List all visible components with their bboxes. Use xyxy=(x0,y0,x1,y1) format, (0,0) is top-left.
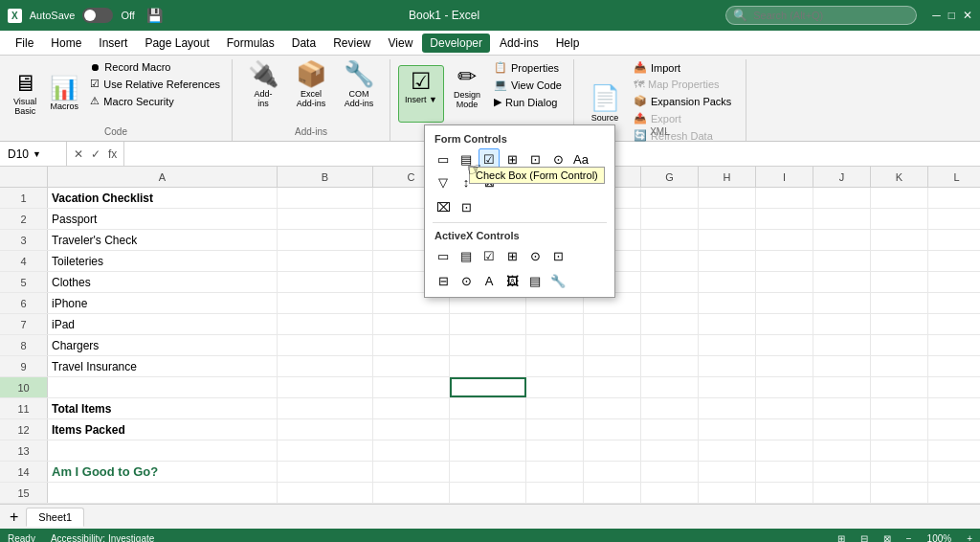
cell-g15[interactable] xyxy=(641,483,699,503)
cell-e12[interactable] xyxy=(526,419,584,440)
cell-g3[interactable] xyxy=(641,230,699,250)
cell-l1[interactable] xyxy=(928,188,980,208)
cell-b3[interactable] xyxy=(278,230,373,250)
properties-button[interactable]: 📋 Properties xyxy=(490,59,566,76)
cell-k14[interactable] xyxy=(871,462,928,482)
cell-j10[interactable] xyxy=(813,377,871,397)
confirm-formula-button[interactable]: ✓ xyxy=(88,147,103,161)
cell-k3[interactable] xyxy=(871,230,928,250)
cell-a7[interactable]: iPad xyxy=(48,314,278,334)
cell-l12[interactable] xyxy=(928,419,980,440)
cell-b1[interactable] xyxy=(278,188,373,208)
import-button[interactable]: 📥 Import xyxy=(630,59,735,76)
menu-page-layout[interactable]: Page Layout xyxy=(137,34,216,53)
cell-d8[interactable] xyxy=(450,335,526,355)
col-header-i[interactable]: I xyxy=(756,167,813,187)
cell-l7[interactable] xyxy=(928,314,980,334)
cell-i1[interactable] xyxy=(756,188,813,208)
cell-l9[interactable] xyxy=(928,356,980,376)
cell-b2[interactable] xyxy=(278,209,373,229)
col-header-l[interactable]: L xyxy=(928,167,980,187)
cell-c11[interactable] xyxy=(373,398,450,418)
cell-h3[interactable] xyxy=(699,230,756,250)
cell-c12[interactable] xyxy=(373,419,450,440)
cell-l13[interactable] xyxy=(928,440,980,461)
sheet-tab-1[interactable]: Sheet1 xyxy=(26,508,84,527)
cell-i6[interactable] xyxy=(756,293,813,313)
cell-b4[interactable] xyxy=(278,251,373,271)
design-mode-button[interactable]: ✏ DesignMode xyxy=(446,65,488,123)
cell-i8[interactable] xyxy=(756,335,813,355)
add-ins-button[interactable]: 🔌 Add-ins xyxy=(240,63,286,121)
visual-basic-button[interactable]: 🖥 VisualBasic xyxy=(8,64,42,122)
ax-spin-icon[interactable]: ⊟ xyxy=(433,270,454,291)
cell-c14[interactable] xyxy=(373,462,450,482)
cell-c15[interactable] xyxy=(373,483,450,503)
ax-label-icon[interactable]: A xyxy=(479,270,500,291)
view-layout-icon[interactable]: ⊟ xyxy=(860,533,868,543)
cell-h15[interactable] xyxy=(699,483,756,503)
cell-f15[interactable] xyxy=(584,483,641,503)
menu-home[interactable]: Home xyxy=(43,34,89,53)
menu-file[interactable]: File xyxy=(8,34,41,53)
cell-j1[interactable] xyxy=(813,188,871,208)
cell-i10[interactable] xyxy=(756,377,813,397)
menu-developer[interactable]: Developer xyxy=(422,34,490,53)
cell-f13[interactable] xyxy=(584,440,641,461)
excel-add-ins-button[interactable]: 📦 ExcelAdd-ins xyxy=(288,63,334,121)
cell-h2[interactable] xyxy=(699,209,756,229)
cell-k11[interactable] xyxy=(871,398,928,418)
cell-c8[interactable] xyxy=(373,335,450,355)
menu-help[interactable]: Help xyxy=(548,34,588,53)
cell-l14[interactable] xyxy=(928,462,980,482)
cell-b11[interactable] xyxy=(278,398,373,418)
cell-i11[interactable] xyxy=(756,398,813,418)
cell-g5[interactable] xyxy=(641,272,699,292)
cell-d11[interactable] xyxy=(450,398,526,418)
cell-a4[interactable]: Toileteries xyxy=(48,251,278,271)
cell-b5[interactable] xyxy=(278,272,373,292)
com-add-ins-button[interactable]: 🔧 COMAdd-ins xyxy=(336,63,382,121)
view-normal-icon[interactable]: ⊞ xyxy=(837,533,845,543)
ax-toggle-icon[interactable]: ▤ xyxy=(524,270,546,291)
cell-j9[interactable] xyxy=(813,356,871,376)
export-button[interactable]: 📤 Export xyxy=(630,110,735,126)
cell-j14[interactable] xyxy=(813,462,871,482)
cell-i4[interactable] xyxy=(756,251,813,271)
ax-text-icon[interactable]: ⊙ xyxy=(524,245,546,266)
cell-e14[interactable] xyxy=(526,462,584,482)
cell-g9[interactable] xyxy=(641,356,699,376)
menu-insert[interactable]: Insert xyxy=(91,34,135,53)
cell-f10[interactable] xyxy=(584,377,641,397)
cell-g2[interactable] xyxy=(641,209,699,229)
cell-i13[interactable] xyxy=(756,440,813,461)
cell-g4[interactable] xyxy=(641,251,699,271)
cell-a10[interactable] xyxy=(48,377,278,397)
cell-b9[interactable] xyxy=(278,356,373,376)
cell-i5[interactable] xyxy=(756,272,813,292)
cell-h10[interactable] xyxy=(699,377,756,397)
cell-h5[interactable] xyxy=(699,272,756,292)
cell-j12[interactable] xyxy=(813,419,871,440)
menu-review[interactable]: Review xyxy=(325,34,378,53)
cell-h13[interactable] xyxy=(699,440,756,461)
cell-l10[interactable] xyxy=(928,377,980,397)
cell-k7[interactable] xyxy=(871,314,928,334)
cell-d9[interactable] xyxy=(450,356,526,376)
autosave-toggle[interactable] xyxy=(82,8,113,23)
cell-d14[interactable] xyxy=(450,462,526,482)
ax-scroll-icon[interactable]: ⊡ xyxy=(547,245,568,266)
cell-k10[interactable] xyxy=(871,377,928,397)
cell-f11[interactable] xyxy=(584,398,641,418)
cell-h14[interactable] xyxy=(699,462,756,482)
cell-k1[interactable] xyxy=(871,188,928,208)
view-page-break-icon[interactable]: ⊠ xyxy=(883,533,891,543)
cell-i2[interactable] xyxy=(756,209,813,229)
cell-g7[interactable] xyxy=(641,314,699,334)
cell-a5[interactable]: Clothes xyxy=(48,272,278,292)
col-header-b[interactable]: B xyxy=(278,167,373,187)
ax-list-icon[interactable]: ⊞ xyxy=(501,245,523,266)
cell-i3[interactable] xyxy=(756,230,813,250)
cell-l11[interactable] xyxy=(928,398,980,418)
cell-d15[interactable] xyxy=(450,483,526,503)
